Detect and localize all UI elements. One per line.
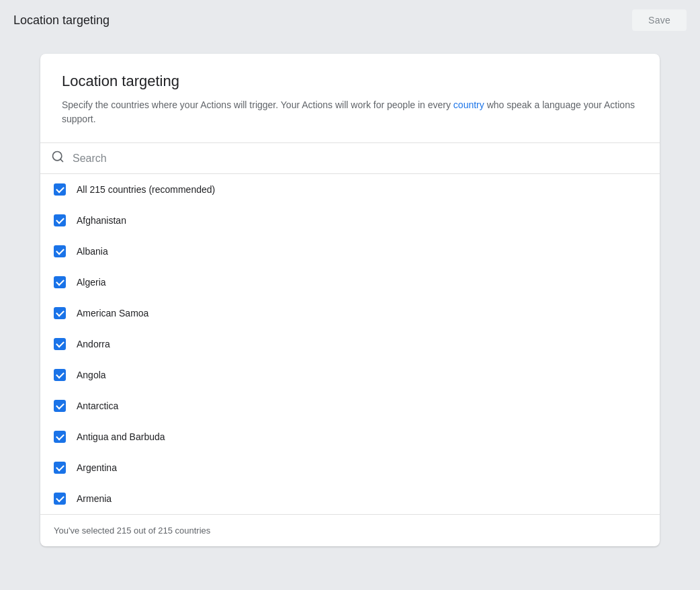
selection-count: You've selected 215 out of 215 countries xyxy=(54,525,210,536)
save-button[interactable]: Save xyxy=(632,9,687,31)
country-name: Angola xyxy=(77,370,106,380)
list-item[interactable]: Andorra xyxy=(40,329,660,360)
country-name: Armenia xyxy=(77,493,112,504)
list-item[interactable]: Afghanistan xyxy=(40,205,660,236)
country-name: American Samoa xyxy=(77,308,148,319)
country-name: Andorra xyxy=(77,339,110,349)
country-name: Antarctica xyxy=(77,401,118,411)
top-bar: Location targeting Save xyxy=(0,0,700,40)
search-input[interactable] xyxy=(73,153,649,165)
country-link[interactable]: country xyxy=(453,99,484,110)
country-name: Algeria xyxy=(77,277,106,288)
list-item[interactable]: Algeria xyxy=(40,267,660,298)
checkbox[interactable] xyxy=(54,462,66,474)
search-icon xyxy=(51,150,64,167)
card-description: Specify the countries where your Actions… xyxy=(62,98,638,126)
list-item[interactable]: Antigua and Barbuda xyxy=(40,421,660,452)
countries-list: All 215 countries (recommended)Afghanist… xyxy=(40,174,660,514)
checkbox[interactable] xyxy=(54,400,66,412)
checkbox[interactable] xyxy=(54,214,66,226)
list-item[interactable]: American Samoa xyxy=(40,298,660,329)
svg-line-1 xyxy=(60,159,63,162)
list-item[interactable]: Angola xyxy=(40,360,660,390)
list-item[interactable]: Armenia xyxy=(40,483,660,514)
checkbox[interactable] xyxy=(54,431,66,443)
checkbox[interactable] xyxy=(54,245,66,257)
card-header: Location targeting Specify the countries… xyxy=(40,54,660,142)
list-item[interactable]: Antarctica xyxy=(40,390,660,421)
country-name: Albania xyxy=(77,246,108,257)
country-name: Afghanistan xyxy=(77,215,126,226)
checkbox[interactable] xyxy=(54,369,66,381)
checkbox[interactable] xyxy=(54,307,66,319)
list-item[interactable]: All 215 countries (recommended) xyxy=(40,174,660,205)
search-bar xyxy=(40,143,660,174)
checkbox[interactable] xyxy=(54,493,66,505)
list-item[interactable]: Argentina xyxy=(40,452,660,483)
page-title: Location targeting xyxy=(13,13,110,28)
footer: You've selected 215 out of 215 countries xyxy=(40,514,660,546)
card-title: Location targeting xyxy=(62,73,638,90)
checkbox[interactable] xyxy=(54,338,66,350)
main-container: Location targeting Specify the countries… xyxy=(40,54,660,546)
checkbox[interactable] xyxy=(54,276,66,288)
checkbox[interactable] xyxy=(54,183,66,196)
country-name: All 215 countries (recommended) xyxy=(77,184,215,195)
list-item[interactable]: Albania xyxy=(40,236,660,267)
country-name: Argentina xyxy=(77,462,117,473)
country-name: Antigua and Barbuda xyxy=(77,431,165,442)
